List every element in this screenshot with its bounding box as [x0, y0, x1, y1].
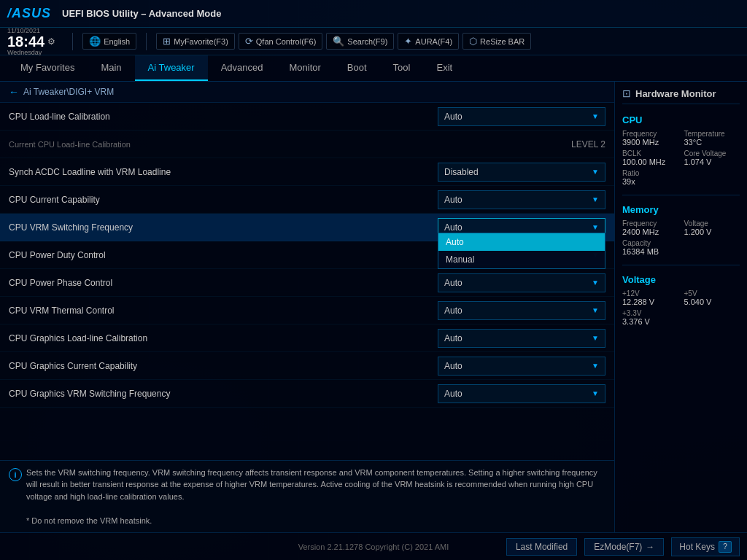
hw-v5-group: +5V 5.040 V: [684, 289, 740, 306]
nav-label-advanced: Advanced: [221, 62, 263, 73]
aura-icon: ✦: [404, 36, 412, 47]
nav-label-my-favorites: My Favorites: [20, 62, 74, 73]
back-arrow-icon[interactable]: ←: [9, 86, 19, 98]
last-modified-button[interactable]: Last Modified: [506, 538, 577, 556]
nav-item-advanced[interactable]: Advanced: [208, 55, 276, 81]
dropdown-option-manual[interactable]: Manual: [438, 251, 605, 268]
clock-settings-icon[interactable]: ⚙: [47, 36, 55, 47]
info-icon: i: [9, 468, 22, 481]
hw-cpu-temp-value: 33°C: [684, 138, 740, 147]
dropdown-arrow-icon-6: ▼: [592, 279, 599, 287]
setting-label-cpu-vrm-switching: CPU VRM Switching Frequency: [9, 222, 133, 233]
clock: 18:44: [7, 34, 44, 49]
setting-row-synch-acdc: Synch ACDC Loadline with VRM Loadline Di…: [0, 158, 614, 186]
hw-v33-group: +3.3V 3.376 V: [622, 309, 740, 326]
info-row: i Sets the VRM switching frequency. VRM …: [9, 467, 605, 527]
monitor-icon: ⊡: [622, 88, 631, 99]
time-display: 18:44 ⚙: [7, 34, 55, 49]
dropdown-arrow-icon: ▼: [592, 112, 599, 120]
hw-mem-volt-label: Voltage: [684, 219, 740, 228]
header: /ASUS UEFI BIOS Utility – Advanced Mode: [0, 0, 747, 28]
nav-item-ai-tweaker[interactable]: Ai Tweaker: [135, 55, 208, 81]
dropdown-synch-acdc[interactable]: Disabled ▼: [438, 163, 605, 182]
hw-v5-value: 5.040 V: [684, 298, 740, 306]
setting-row-cpu-power-phase: CPU Power Phase Control Auto ▼: [0, 269, 614, 297]
dropdown-value-cpu-current-capability: Auto: [444, 195, 462, 205]
footer: Version 2.21.1278 Copyright (C) 2021 AMI…: [0, 532, 747, 560]
dropdown-value-cpu-power-phase: Auto: [444, 278, 462, 288]
qfan-button[interactable]: ⟳ Qfan Control(F6): [239, 33, 323, 50]
setting-row-cpu-vrm-thermal: CPU VRM Thermal Control Auto ▼: [0, 297, 614, 324]
dropdown-arrow-icon-10: ▼: [592, 389, 599, 397]
search-icon: 🔍: [333, 36, 344, 47]
datetime: 11/10/2021 18:44 ⚙ Wednesday: [7, 27, 55, 56]
hw-cpu-grid: Frequency 3900 MHz Temperature 33°C BCLK…: [622, 130, 740, 166]
language-button[interactable]: 🌐 English: [82, 33, 136, 50]
weekday-display: Wednesday: [7, 49, 42, 56]
hw-cpu-temp-group: Temperature 33°C: [684, 130, 740, 147]
hw-voltage-title: Voltage: [622, 274, 740, 285]
toolbar-separator-1: [72, 33, 73, 50]
nav-item-main[interactable]: Main: [88, 55, 134, 81]
setting-label-cpu-vrm-thermal: CPU VRM Thermal Control: [9, 306, 114, 316]
dropdown-cpu-current-capability[interactable]: Auto ▼: [438, 190, 605, 209]
hw-cpu-temp-label: Temperature: [684, 130, 740, 138]
dropdown-cpu-load-line[interactable]: Auto ▼: [438, 107, 605, 126]
hw-cpu-corevolt-value: 1.074 V: [684, 158, 740, 166]
dropdown-value-cpu-graphics-vrm-switching: Auto: [444, 389, 462, 399]
language-label: English: [104, 37, 130, 46]
setting-label-cpu-graphics-vrm-switching: CPU Graphics VRM Switching Frequency: [9, 389, 170, 399]
hw-mem-capacity-label: Capacity: [622, 239, 740, 247]
hardware-monitor-panel: ⊡ Hardware Monitor CPU Frequency 3900 MH…: [614, 82, 747, 532]
setting-row-current-cpu-load-line: Current CPU Load-line Calibration LEVEL …: [0, 131, 614, 158]
dropdown-cpu-graphics-load-line[interactable]: Auto ▼: [438, 329, 605, 348]
date-display: 11/10/2021: [7, 27, 40, 34]
toolbar: 11/10/2021 18:44 ⚙ Wednesday 🌐 English ⊞…: [0, 28, 747, 55]
search-label: Search(F9): [347, 37, 387, 46]
dropdown-cpu-power-phase[interactable]: Auto ▼: [438, 273, 605, 292]
hw-cpu-ratio-group: Ratio 39x: [622, 169, 740, 186]
dropdown-cpu-graphics-vrm-switching[interactable]: Auto ▼: [438, 384, 605, 403]
hot-keys-button[interactable]: Hot Keys ?: [671, 537, 740, 556]
hw-mem-freq-value: 2400 MHz: [622, 228, 678, 236]
resize-bar-button[interactable]: ⬡ ReSize BAR: [462, 33, 531, 50]
hw-cpu-corevolt-group: Core Voltage 1.074 V: [684, 149, 740, 166]
resize-icon: ⬡: [469, 36, 477, 47]
nav-bar: My Favorites Main Ai Tweaker Advanced Mo…: [0, 55, 747, 82]
hw-v33-label: +3.3V: [622, 309, 740, 317]
nav-item-my-favorites[interactable]: My Favorites: [7, 55, 88, 81]
dropdown-option-auto[interactable]: Auto: [438, 233, 605, 251]
nav-item-exit[interactable]: Exit: [423, 55, 465, 81]
hw-v33-value: 3.376 V: [622, 317, 740, 326]
nav-item-monitor[interactable]: Monitor: [276, 55, 334, 81]
ez-mode-button[interactable]: EzMode(F7) →: [584, 538, 664, 556]
setting-label-cpu-power-phase: CPU Power Phase Control: [9, 278, 112, 288]
qfan-label: Qfan Control(F6): [256, 37, 317, 46]
dropdown-popup-cpu-vrm: Auto Manual: [438, 233, 605, 269]
question-key-badge: ?: [719, 541, 732, 553]
toolbar-separator-2: [146, 33, 147, 50]
hw-monitor-title-row: ⊡ Hardware Monitor: [622, 88, 740, 104]
nav-item-tool[interactable]: Tool: [380, 55, 424, 81]
setting-row-cpu-load-line: CPU Load-line Calibration Auto ▼: [0, 103, 614, 131]
hw-cpu-ratio-label: Ratio: [622, 169, 740, 177]
setting-row-cpu-vrm-switching: CPU VRM Switching Frequency Auto ▼ Auto …: [0, 214, 614, 241]
fan-icon: ⟳: [245, 36, 253, 47]
setting-label-synch-acdc: Synch ACDC Loadline with VRM Loadline: [9, 167, 171, 177]
last-modified-label: Last Modified: [516, 542, 568, 552]
hw-mem-freq-group: Frequency 2400 MHz: [622, 219, 678, 236]
hw-v12-label: +12V: [622, 289, 678, 298]
setting-row-cpu-graphics-vrm-switching: CPU Graphics VRM Switching Frequency Aut…: [0, 380, 614, 408]
nav-item-boot[interactable]: Boot: [334, 55, 380, 81]
hw-cpu-corevolt-label: Core Voltage: [684, 149, 740, 158]
bios-title: UEFI BIOS Utility – Advanced Mode: [62, 8, 740, 19]
ez-mode-label: EzMode(F7): [594, 542, 642, 552]
setting-row-cpu-graphics-load-line: CPU Graphics Load-line Calibration Auto …: [0, 324, 614, 352]
my-favorite-button[interactable]: ⊞ MyFavorite(F3): [156, 33, 235, 50]
dropdown-cpu-vrm-thermal[interactable]: Auto ▼: [438, 301, 605, 320]
hw-memory-title: Memory: [622, 204, 740, 215]
aura-button[interactable]: ✦ AURA(F4): [398, 33, 459, 50]
nav-label-ai-tweaker: Ai Tweaker: [148, 62, 195, 73]
dropdown-cpu-graphics-current[interactable]: Auto ▼: [438, 357, 605, 376]
search-button[interactable]: 🔍 Search(F9): [326, 33, 394, 50]
